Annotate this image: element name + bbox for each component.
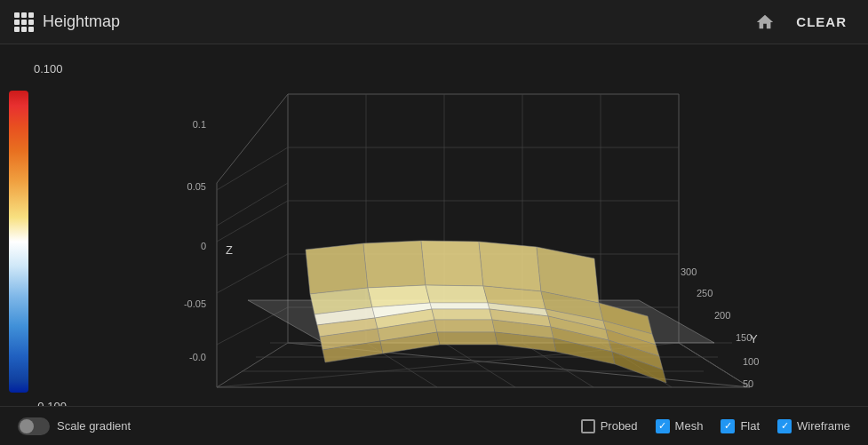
z-tick-0: 0 [200, 241, 205, 251]
visualization-area[interactable]: Z 0.1 0.05 0 -0.05 -0.0 X 50 100 150 200… [80, 44, 868, 445]
svg-line-18 [217, 147, 288, 190]
y-tick-50: 50 [743, 378, 753, 389]
svg-line-19 [217, 201, 288, 242]
z-tick-005: 0.05 [187, 181, 205, 192]
toggle-knob [20, 419, 34, 433]
mesh-checkbox[interactable]: ✓ [656, 419, 670, 433]
y-tick-100: 100 [743, 356, 759, 367]
z-tick-neg005: -0.05 [183, 298, 205, 309]
flat-checkbox-item[interactable]: ✓ Flat [721, 419, 760, 433]
svg-marker-64 [437, 332, 498, 345]
main-content: 0.100 -0.100 [0, 44, 868, 445]
probed-label: Probed [601, 419, 638, 433]
footer: Scale gradient Probed ✓ Mesh ✓ Flat [0, 406, 868, 445]
probed-checkbox[interactable] [581, 419, 595, 433]
scale-gradient-toggle[interactable] [18, 417, 50, 435]
gradient-top-value: 0.100 [34, 62, 63, 75]
wireframe-checkbox-item[interactable]: ✓ Wireframe [777, 419, 850, 433]
y-tick-300: 300 [681, 266, 697, 277]
z-axis-label: Z [226, 243, 233, 257]
wireframe-checkmark: ✓ [781, 421, 789, 431]
svg-marker-40 [426, 285, 488, 303]
svg-line-22 [217, 183, 288, 226]
gradient-bar-container: 0.100 -0.100 [0, 44, 80, 445]
svg-line-5 [217, 94, 288, 183]
svg-marker-46 [430, 303, 490, 309]
gradient-wrapper [9, 91, 28, 393]
y-tick-250: 250 [697, 288, 713, 298]
header-left: Heightmap [14, 12, 120, 32]
svg-marker-33 [306, 243, 368, 294]
svg-line-20 [217, 254, 288, 293]
svg-line-27 [679, 343, 750, 387]
flat-label: Flat [740, 419, 760, 433]
flat-checkmark: ✓ [724, 421, 732, 431]
y-tick-200: 200 [714, 310, 730, 321]
svg-marker-58 [434, 320, 495, 332]
svg-marker-52 [432, 309, 492, 320]
home-icon[interactable] [755, 12, 775, 32]
gradient-bar [9, 91, 28, 393]
mesh-checkbox-item[interactable]: ✓ Mesh [656, 419, 704, 433]
grid-icon [14, 12, 34, 32]
footer-checkboxes: Probed ✓ Mesh ✓ Flat ✓ Wirefr [581, 419, 850, 433]
svg-marker-34 [363, 241, 426, 288]
z-tick-01: 0.1 [192, 119, 205, 130]
wireframe-label: Wireframe [797, 419, 850, 433]
scale-gradient-label: Scale gradient [57, 419, 131, 433]
z-tick-neg01: -0.0 [189, 352, 206, 362]
page-title: Heightmap [43, 12, 120, 31]
heightmap-chart[interactable]: Z 0.1 0.05 0 -0.05 -0.0 X 50 100 150 200… [110, 68, 839, 423]
clear-button[interactable]: CLEAR [789, 11, 854, 33]
svg-marker-35 [421, 241, 483, 286]
y-tick-150: 150 [736, 332, 752, 343]
svg-line-6 [217, 343, 288, 387]
probed-checkbox-item[interactable]: Probed [581, 419, 638, 433]
mesh-checkmark: ✓ [658, 421, 666, 431]
flat-checkbox[interactable]: ✓ [721, 419, 735, 433]
wireframe-checkbox[interactable]: ✓ [777, 419, 792, 433]
header-right: CLEAR [755, 11, 854, 33]
svg-line-24 [444, 343, 515, 387]
header: Heightmap CLEAR [0, 0, 868, 44]
mesh-label: Mesh [675, 419, 704, 433]
footer-left: Scale gradient [18, 417, 131, 435]
svg-marker-36 [479, 242, 541, 291]
